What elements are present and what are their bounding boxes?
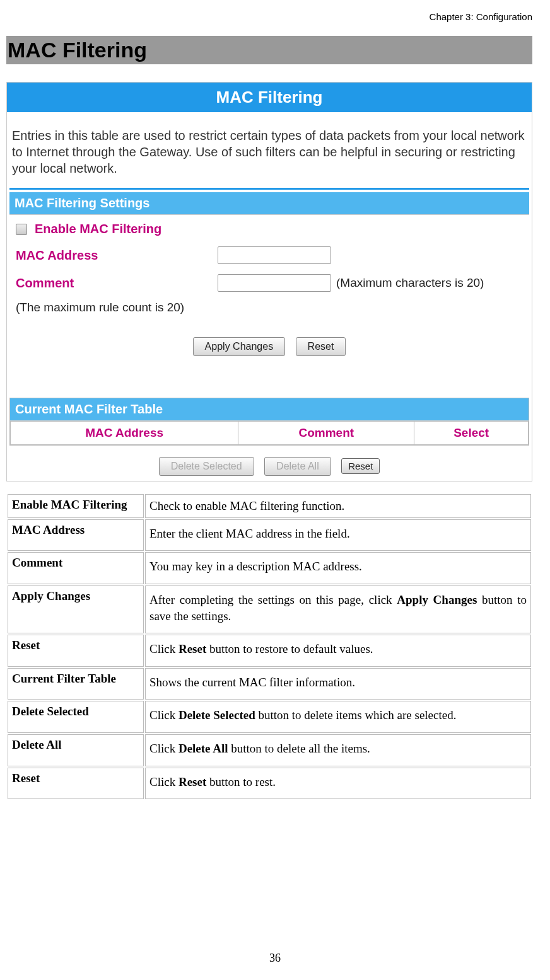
- desc-key: Reset: [8, 635, 144, 667]
- filter-table-header: Current MAC Filter Table: [10, 398, 529, 421]
- desc-val: Click Delete Selected button to delete i…: [145, 701, 531, 733]
- desc-row: MAC Address Enter the client MAC address…: [8, 519, 531, 551]
- mac-row: MAC Address: [16, 241, 523, 269]
- desc-val: Click Delete All button to delete all th…: [145, 734, 531, 766]
- desc-key: Delete All: [8, 734, 144, 766]
- section-title: MAC Filtering: [6, 36, 532, 64]
- comment-note: (Maximum characters is 20): [336, 276, 484, 290]
- mac-input[interactable]: [218, 246, 331, 264]
- col-select: Select: [414, 422, 529, 445]
- desc-val: Click Reset button to restore to default…: [145, 635, 531, 667]
- description-table: Enable MAC Filtering Check to enable MAC…: [6, 493, 532, 800]
- page-number: 36: [0, 952, 550, 965]
- col-comment: Comment: [238, 422, 414, 445]
- desc-row: Delete All Click Delete All button to de…: [8, 734, 531, 766]
- chapter-label: Chapter 3: Configuration: [6, 11, 532, 22]
- mac-label: MAC Address: [16, 248, 218, 263]
- ui-banner: MAC Filtering: [7, 83, 532, 112]
- delete-all-button[interactable]: Delete All: [264, 457, 331, 476]
- desc-row: Delete Selected Click Delete Selected bu…: [8, 701, 531, 733]
- desc-row: Enable MAC Filtering Check to enable MAC…: [8, 494, 531, 518]
- desc-row: Reset Click Reset button to restore to d…: [8, 635, 531, 667]
- ui-intro: Entries in this table are used to restri…: [7, 112, 532, 188]
- comment-input[interactable]: [218, 274, 331, 292]
- filter-table: MAC Address Comment Select: [10, 421, 529, 445]
- desc-val: You may key in a description MAC address…: [145, 552, 531, 584]
- desc-row: Comment You may key in a description MAC…: [8, 552, 531, 584]
- filter-table-head-row: MAC Address Comment Select: [11, 422, 529, 445]
- desc-key: Current Filter Table: [8, 668, 144, 700]
- settings-header: MAC Filtering Settings: [9, 192, 529, 215]
- col-mac: MAC Address: [11, 422, 238, 445]
- table-button-row: Delete Selected Delete All Reset: [7, 446, 532, 481]
- divider: [9, 188, 529, 190]
- rule-count-note: (The maximum rule count is 20): [16, 297, 523, 326]
- desc-row: Apply Changes After completing the setti…: [8, 585, 531, 633]
- desc-key: Comment: [8, 552, 144, 584]
- desc-val: Click Reset button to rest.: [145, 768, 531, 800]
- desc-row: Reset Click Reset button to rest.: [8, 768, 531, 800]
- reset-table-button[interactable]: Reset: [341, 458, 380, 474]
- reset-button[interactable]: Reset: [296, 337, 346, 356]
- enable-label: Enable MAC Filtering: [35, 222, 161, 236]
- desc-val: Shows the current MAC filter information…: [145, 668, 531, 700]
- settings-form: Enable MAC Filtering MAC Address Comment…: [7, 215, 532, 374]
- delete-selected-button[interactable]: Delete Selected: [159, 457, 254, 476]
- enable-checkbox[interactable]: [16, 224, 27, 235]
- comment-row: Comment (Maximum characters is 20): [16, 269, 523, 297]
- desc-val: Check to enable MAC filtering function.: [145, 494, 531, 518]
- comment-label: Comment: [16, 276, 218, 291]
- desc-row: Current Filter Table Shows the current M…: [8, 668, 531, 700]
- desc-key: Apply Changes: [8, 585, 144, 633]
- filter-table-box: Current MAC Filter Table MAC Address Com…: [9, 398, 529, 446]
- desc-val: Enter the client MAC address in the fiel…: [145, 519, 531, 551]
- desc-key: Delete Selected: [8, 701, 144, 733]
- desc-key: Enable MAC Filtering: [8, 494, 144, 518]
- form-button-row: Apply Changes Reset: [16, 326, 523, 371]
- desc-key: Reset: [8, 768, 144, 800]
- desc-val: After completing the settings on this pa…: [145, 585, 531, 633]
- desc-key: MAC Address: [8, 519, 144, 551]
- apply-changes-button[interactable]: Apply Changes: [193, 337, 286, 356]
- enable-row: Enable MAC Filtering: [16, 220, 523, 241]
- ui-screenshot: MAC Filtering Entries in this table are …: [6, 82, 532, 481]
